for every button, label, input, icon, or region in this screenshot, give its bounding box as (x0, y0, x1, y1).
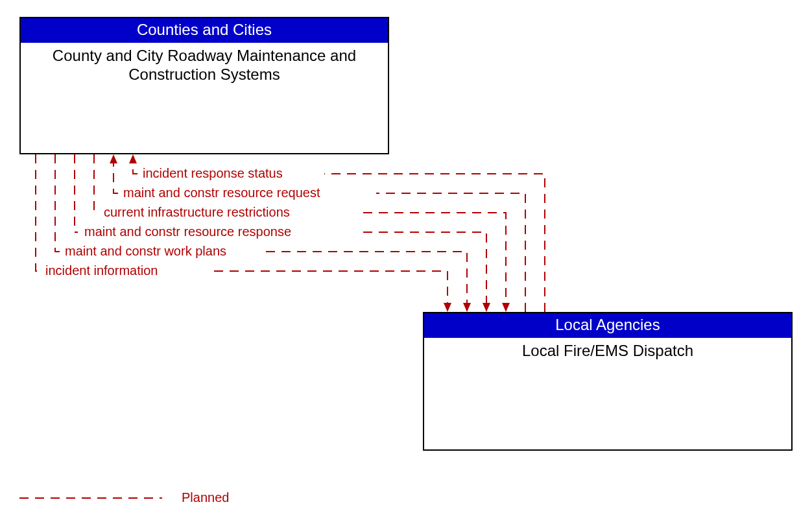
entity-body: County and City Roadway Maintenance and … (21, 43, 388, 88)
legend-planned-label: Planned (182, 490, 229, 505)
svg-marker-0 (129, 154, 137, 163)
entity-box-county-city-roadway[interactable]: Counties and Cities County and City Road… (19, 17, 389, 154)
svg-marker-3 (483, 303, 490, 312)
entity-header: Local Agencies (424, 313, 791, 338)
flow-label-maint-constr-resource-response: maint and constr resource response (82, 224, 294, 239)
flow-label-current-infrastructure-restrictions: current infrastructure restrictions (101, 205, 293, 220)
svg-marker-5 (444, 303, 451, 312)
svg-marker-2 (502, 303, 510, 312)
flow-label-maint-constr-work-plans: maint and constr work plans (62, 244, 229, 259)
flow-label-incident-response-status: incident response status (140, 166, 285, 181)
svg-marker-1 (110, 154, 117, 163)
svg-marker-4 (463, 303, 471, 312)
entity-box-local-fire-ems[interactable]: Local Agencies Local Fire/EMS Dispatch (423, 312, 793, 451)
flow-label-incident-information: incident information (43, 263, 160, 278)
entity-body: Local Fire/EMS Dispatch (424, 338, 791, 364)
entity-header: Counties and Cities (21, 18, 388, 43)
flow-label-maint-constr-resource-request: maint and constr resource request (121, 185, 323, 200)
